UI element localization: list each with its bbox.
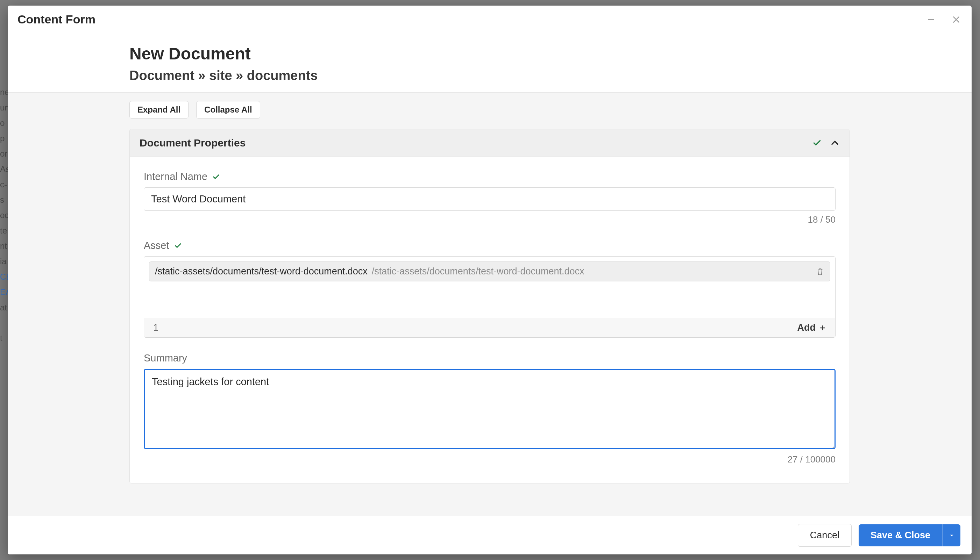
asset-add-button[interactable]: Add [798,322,826,333]
cancel-button[interactable]: Cancel [798,524,851,547]
asset-box: /static-assets/documents/test-word-docum… [144,256,836,338]
content-form-modal: Content Form New Document Document » sit… [8,6,972,554]
asset-count: 1 [153,322,159,333]
asset-item-path: /static-assets/documents/test-word-docum… [372,266,584,277]
chevron-up-icon[interactable] [830,138,840,148]
expand-all-button[interactable]: Expand All [129,101,189,118]
summary-label: Summary [144,352,187,364]
check-icon [813,138,821,148]
asset-item[interactable]: /static-assets/documents/test-word-docum… [149,262,830,282]
subheader: New Document Document » site » documents [8,34,972,93]
modal-body[interactable]: Expand All Collapse All Document Propert… [8,93,972,516]
collapse-all-button[interactable]: Collapse All [196,101,260,118]
internal-name-label: Internal Name [144,171,207,182]
section-title: Document Properties [140,137,245,149]
save-close-dropdown[interactable] [942,524,960,547]
caret-down-icon [948,532,955,539]
summary-field: Summary 27 / 100000 [144,352,836,465]
section-header[interactable]: Document Properties [130,129,850,157]
modal-footer: Cancel Save & Close [8,516,972,554]
save-close-group: Save & Close [859,524,960,547]
internal-name-input[interactable] [144,187,836,211]
asset-field: Asset /static-assets/documents/test-word… [144,240,836,338]
internal-name-field: Internal Name 18 / 50 [144,171,836,225]
asset-label: Asset [144,240,169,251]
summary-textarea[interactable] [144,369,836,449]
breadcrumb: Document » site » documents [129,68,850,83]
asset-add-label: Add [798,322,816,333]
close-icon [952,15,961,24]
summary-counter: 27 / 100000 [144,454,836,465]
minimize-button[interactable] [925,14,937,25]
trash-icon[interactable] [816,267,824,276]
close-button[interactable] [951,14,962,25]
page-title: New Document [129,44,850,63]
modal-header: Content Form [8,6,972,34]
asset-item-name: /static-assets/documents/test-word-docum… [155,266,367,277]
asset-footer: 1 Add [144,318,835,337]
check-icon [212,173,220,181]
internal-name-counter: 18 / 50 [144,214,836,225]
check-icon [174,242,182,250]
document-properties-section: Document Properties Internal Name [129,129,850,483]
save-close-button[interactable]: Save & Close [859,524,942,547]
plus-icon [819,324,826,332]
minimize-icon [927,15,936,24]
modal-title: Content Form [17,13,95,26]
svg-rect-0 [928,19,934,20]
